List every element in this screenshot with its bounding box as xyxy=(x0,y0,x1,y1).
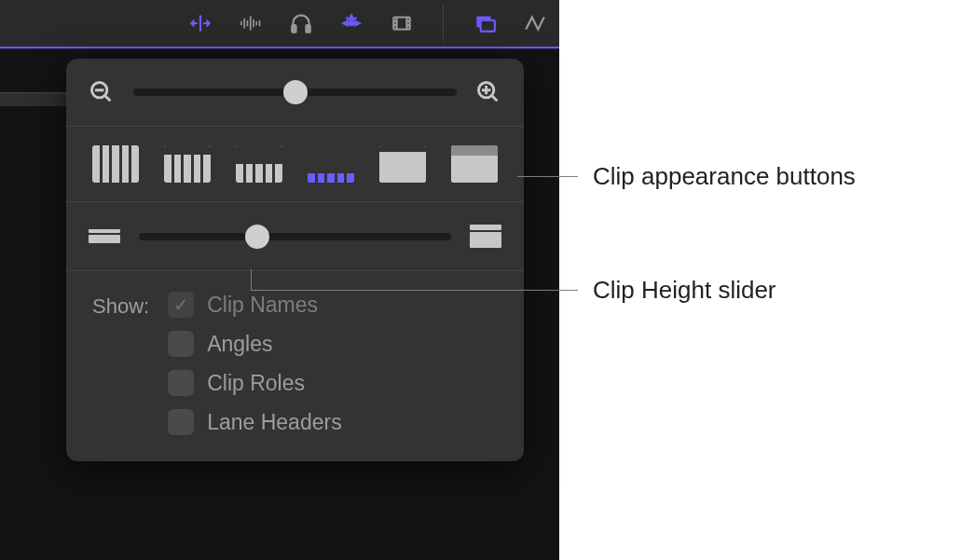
svg-rect-4 xyxy=(250,16,252,30)
checkbox-clip-roles[interactable] xyxy=(168,370,194,396)
svg-rect-9 xyxy=(306,25,309,33)
callout-line-height xyxy=(251,290,578,291)
svg-rect-0 xyxy=(199,15,201,31)
svg-rect-13 xyxy=(481,20,495,32)
show-angles-label: Angles xyxy=(207,332,272,357)
top-toolbar xyxy=(0,0,559,48)
popover-arrow xyxy=(411,59,433,61)
index-icon[interactable] xyxy=(472,10,498,36)
clip-height-large-icon xyxy=(470,225,501,248)
svg-rect-7 xyxy=(259,20,261,27)
checkbox-lane-headers[interactable] xyxy=(168,409,194,435)
clip-height-small-icon xyxy=(89,229,120,243)
clip-appearance-buttons-row xyxy=(66,127,524,202)
show-lane-headers-row[interactable]: Lane Headers xyxy=(168,409,342,435)
callout-appearance-text: Clip appearance buttons xyxy=(593,162,856,191)
appearance-filmstrip-labels[interactable] xyxy=(451,145,498,183)
clip-height-slider[interactable] xyxy=(139,233,451,240)
zoom-slider-row xyxy=(66,59,524,127)
appearance-filmstrip-only[interactable] xyxy=(379,145,426,183)
appearance-waveform-large[interactable] xyxy=(164,145,211,183)
headphones-icon[interactable] xyxy=(288,10,314,36)
zoom-out-icon[interactable] xyxy=(89,79,115,105)
skimmer-icon[interactable] xyxy=(187,10,213,36)
show-lane-headers-label: Lane Headers xyxy=(207,410,342,435)
svg-rect-5 xyxy=(253,20,254,28)
show-label: Show: xyxy=(92,292,149,319)
clip-height-slider-thumb[interactable] xyxy=(245,225,269,249)
svg-rect-3 xyxy=(247,20,249,27)
zoom-slider[interactable] xyxy=(133,89,457,96)
show-options-list: Clip Names Angles Clip Roles Lane Header… xyxy=(168,292,342,435)
audio-waveform-icon[interactable] xyxy=(238,10,264,36)
zoom-slider-thumb[interactable] xyxy=(283,80,308,104)
callout-line-height-v xyxy=(251,269,252,290)
svg-rect-6 xyxy=(255,21,257,25)
checkbox-clip-names[interactable] xyxy=(168,292,194,318)
checkbox-angles[interactable] xyxy=(168,331,194,357)
svg-rect-8 xyxy=(292,25,295,33)
zoom-in-icon[interactable] xyxy=(475,79,501,105)
svg-rect-1 xyxy=(240,21,242,25)
show-angles-row[interactable]: Angles xyxy=(168,331,342,357)
app-area: Show: Clip Names Angles Clip Roles Lane … xyxy=(0,0,559,560)
callout-height-text: Clip Height slider xyxy=(593,276,776,305)
show-clip-names-row[interactable]: Clip Names xyxy=(168,292,342,318)
show-clip-names-label: Clip Names xyxy=(207,293,318,318)
toolbar-divider xyxy=(443,5,444,42)
svg-rect-2 xyxy=(243,19,245,29)
snapping-icon[interactable] xyxy=(338,10,364,36)
clip-height-slider-row xyxy=(66,202,524,271)
svg-point-10 xyxy=(349,20,355,27)
clip-appearance-icon[interactable] xyxy=(389,10,415,36)
clip-appearance-popover: Show: Clip Names Angles Clip Roles Lane … xyxy=(66,59,524,461)
appearance-filmstrip-large-waveform[interactable] xyxy=(308,145,354,183)
appearance-waveform-only[interactable] xyxy=(92,145,139,183)
effects-icon[interactable] xyxy=(522,10,548,36)
callout-line-appearance xyxy=(517,176,578,177)
show-clip-roles-row[interactable]: Clip Roles xyxy=(168,370,342,396)
show-clip-roles-label: Clip Roles xyxy=(207,371,305,396)
show-options-section: Show: Clip Names Angles Clip Roles Lane … xyxy=(66,271,524,461)
appearance-waveform-small-filmstrip[interactable] xyxy=(236,145,282,183)
